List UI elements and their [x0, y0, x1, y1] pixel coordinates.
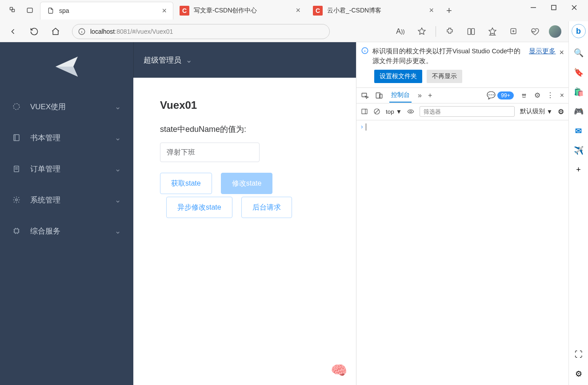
close-icon[interactable]: × — [559, 47, 564, 59]
clear-console-icon[interactable] — [373, 108, 380, 115]
svg-rect-10 — [468, 28, 471, 34]
svg-rect-4 — [552, 5, 556, 10]
collections-icon[interactable] — [506, 24, 521, 39]
browser-chrome: spa × C 写文章-CSDN创作中心 × C 云小君_-CSDN博客 × + — [0, 0, 588, 42]
csdn-favicon: C — [313, 6, 323, 16]
chevron-down-icon: ⌄ — [115, 102, 121, 111]
edge-sidebar: b 🔍 🔖 🛍️ 🎮 ✉ ✈️ + ⛶ ⚙ — [568, 21, 588, 385]
tab-csdn-blog[interactable]: C 云小君_-CSDN博客 × — [307, 2, 440, 20]
favorites-bar-icon[interactable] — [485, 24, 500, 39]
address-bar[interactable]: localhost:8081/#/vuex/Vuex01 — [72, 24, 330, 39]
sidebar-item-system[interactable]: 系统管理 ⌄ — [0, 184, 133, 215]
sidebar-item-services[interactable]: 综合服务 ⌄ — [0, 215, 133, 246]
svg-point-44 — [410, 111, 412, 112]
settings-icon[interactable]: ⚙ — [575, 369, 582, 379]
devtools-settings-icon[interactable]: ⚙ — [534, 91, 540, 99]
refresh-button[interactable] — [27, 24, 42, 39]
devtools-menu-icon[interactable]: ⋮ — [547, 91, 554, 99]
svg-point-38 — [522, 94, 524, 95]
close-icon[interactable]: × — [162, 6, 167, 16]
chevron-down-icon: ⌄ — [115, 195, 121, 205]
get-state-button[interactable]: 获取state — [160, 173, 212, 194]
new-tab-button[interactable]: + — [443, 5, 456, 16]
shopping-icon[interactable]: 🛍️ — [574, 87, 584, 97]
back-button[interactable] — [5, 24, 20, 39]
set-state-button[interactable]: 修改state — [221, 173, 273, 194]
read-aloud-icon[interactable]: A)) — [393, 24, 408, 39]
extensions-icon[interactable] — [442, 24, 457, 39]
profile-avatar[interactable] — [549, 25, 561, 38]
console-filter-input[interactable] — [420, 106, 514, 117]
performance-icon[interactable] — [528, 24, 543, 39]
workspaces-icon[interactable] — [9, 6, 18, 15]
menu-label: 订单管理 — [30, 164, 60, 174]
ai-assistant-icon[interactable]: 🧠 — [331, 362, 347, 378]
async-set-state-button[interactable]: 异步修改state — [166, 197, 232, 218]
send-icon[interactable]: ✈️ — [574, 146, 584, 155]
inspect-icon[interactable] — [361, 91, 369, 99]
show-more-link[interactable]: 显示更多 — [529, 47, 556, 56]
outlook-icon[interactable]: ✉ — [575, 126, 582, 136]
gear-icon — [12, 196, 22, 204]
tab-csdn-write[interactable]: C 写文章-CSDN创作中心 × — [173, 2, 307, 20]
search-icon[interactable]: 🔍 — [574, 48, 584, 58]
live-expression-icon[interactable] — [407, 108, 414, 115]
console-settings-icon[interactable]: ⚙ — [558, 107, 564, 116]
chevron-down-icon: ⌄ — [115, 164, 121, 174]
devtools-tabs: 控制台 » + 💬99+ ⚙ ⋮ × — [356, 87, 568, 103]
book-icon — [12, 134, 22, 142]
tab-console[interactable]: 控制台 — [389, 88, 412, 103]
topbar: 超级管理员 ⌄ — [133, 42, 356, 78]
svg-rect-40 — [362, 109, 367, 114]
more-tabs-icon[interactable]: » — [418, 91, 422, 99]
feedback-icon[interactable] — [520, 91, 528, 99]
sidebar-item-books[interactable]: 书本管理 ⌄ — [0, 122, 133, 153]
svg-line-43 — [375, 110, 379, 113]
close-window-button[interactable] — [571, 4, 577, 11]
console-output[interactable]: › — [356, 120, 568, 385]
favorite-icon[interactable] — [414, 24, 429, 39]
backend-request-button[interactable]: 后台请求 — [241, 197, 292, 218]
svg-rect-0 — [10, 7, 13, 10]
sidebar-toggle-icon[interactable] — [361, 108, 368, 115]
close-devtools-icon[interactable]: × — [560, 91, 564, 99]
bing-icon[interactable]: b — [572, 24, 586, 38]
loading-icon — [12, 103, 22, 111]
set-root-folder-button[interactable]: 设置根文件夹 — [374, 70, 422, 83]
info-icon — [361, 47, 369, 55]
context-selector[interactable]: top ▼ — [386, 108, 402, 115]
tab-actions-icon[interactable] — [26, 6, 35, 15]
svg-rect-11 — [472, 28, 475, 34]
site-info-icon[interactable] — [78, 28, 86, 36]
home-button[interactable] — [48, 24, 63, 39]
svg-point-39 — [524, 94, 525, 95]
topbar-title: 超级管理员 — [144, 55, 181, 65]
tab-title: spa — [59, 7, 69, 14]
menu-label: 综合服务 — [30, 226, 60, 236]
svg-rect-23 — [15, 229, 19, 233]
tag-icon[interactable]: 🔖 — [574, 67, 584, 77]
tab-spa[interactable]: spa × — [40, 2, 173, 20]
close-icon[interactable]: × — [296, 6, 300, 15]
maximize-button[interactable] — [551, 4, 557, 11]
svg-rect-2 — [27, 8, 32, 12]
close-icon[interactable]: × — [429, 6, 434, 15]
svg-rect-1 — [12, 9, 15, 12]
page-heading: Vuex01 — [160, 99, 329, 111]
chevron-down-icon[interactable]: ⌄ — [186, 56, 192, 65]
sidebar-item-orders[interactable]: 订单管理 ⌄ — [0, 153, 133, 184]
sidebar-item-vuex[interactable]: VUEX使用 ⌄ — [0, 91, 133, 122]
issues-badge[interactable]: 💬99+ — [487, 91, 513, 99]
svg-rect-17 — [14, 135, 19, 141]
add-tool-icon[interactable]: + — [576, 165, 581, 175]
device-toggle-icon[interactable] — [375, 91, 383, 99]
eduname-input[interactable] — [160, 143, 260, 162]
split-screen-icon[interactable] — [464, 24, 479, 39]
games-icon[interactable]: 🎮 — [574, 107, 584, 116]
console-prompt-icon: › — [361, 123, 363, 130]
minimize-button[interactable] — [530, 4, 536, 11]
add-tab-icon[interactable]: + — [428, 91, 432, 99]
dont-show-again-button[interactable]: 不再显示 — [427, 70, 462, 83]
screenshot-icon[interactable]: ⛶ — [575, 350, 583, 359]
log-level-selector[interactable]: 默认级别 ▼ — [520, 107, 552, 115]
